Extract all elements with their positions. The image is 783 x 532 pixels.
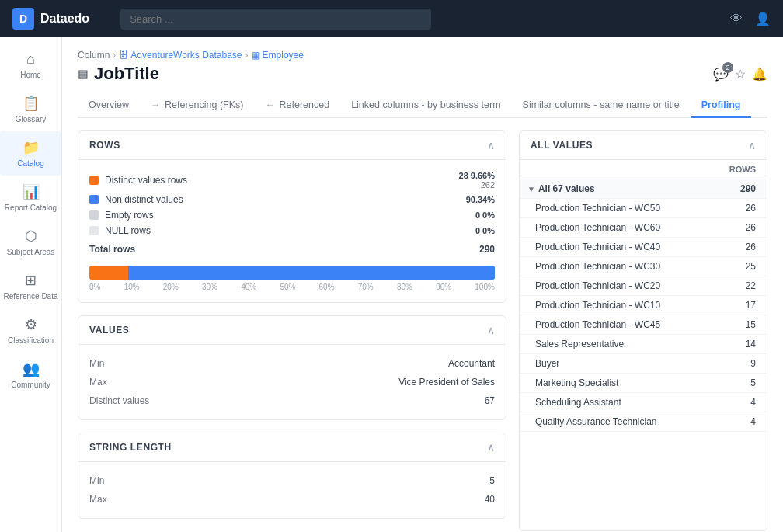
main-content: Column › 🗄 AdventureWorks Database › ▦ E… [62,37,783,532]
av-item-count: 26 [707,199,767,218]
page-title-text: JobTitle [94,64,159,84]
av-data-row: Production Technician - WC5026 [520,199,767,218]
string-length-title: STRING LENGTH [89,442,172,453]
tabs: Overview→ Referencing (FKs)← ReferencedL… [78,93,767,118]
sidebar-item-subject-areas[interactable]: ⬡Subject Areas [0,220,61,264]
comment-badge: 2 [722,62,733,73]
breadcrumb-sep1: › [113,50,116,61]
stat-empty-label: Empty rows [105,210,440,221]
tab-referencing[interactable]: → Referencing (FKs) [140,93,254,118]
all-values-header: ALL VALUES ∧ [520,131,767,160]
sidebar-item-label: Catalog [17,159,44,168]
legend-orange [89,176,99,185]
av-data-row: Sales Representative14 [520,335,767,354]
sidebar-item-label: Community [11,381,50,389]
sidebar-item-label: Home [20,71,41,79]
eye-icon[interactable]: 👁 [730,12,743,26]
av-item-count: 22 [707,276,767,296]
sidebar-item-label: Subject Areas [7,248,55,256]
av-item-label: Production Technician - WC20 [520,276,707,296]
sidebar-item-catalog[interactable]: 📁Catalog [0,131,61,176]
av-item-count: 9 [707,354,767,374]
sidebar-item-glossary[interactable]: 📋Glossary [0,87,61,131]
av-item-label: Production Technician - WC60 [520,218,707,238]
breadcrumb-db[interactable]: 🗄 AdventureWorks Database [119,50,242,61]
all-values-collapse[interactable]: ∧ [748,139,756,151]
av-item-count: 25 [707,257,767,276]
rows-card-body: Distinct values rows 28 9.66% 262 Non di… [78,160,506,302]
string-length-collapse[interactable]: ∧ [487,441,495,454]
stat-distinct-label: Distinct values rows [105,175,440,186]
total-label: Total rows [89,244,135,255]
sl-min-label: Min [89,473,107,489]
av-data-row: Marketing Specialist5 [520,374,767,393]
app-name: Dataedo [40,12,89,26]
rows-card-title: ROWS [89,140,120,151]
user-icon[interactable]: 👤 [755,12,771,26]
sidebar: ⌂Home📋Glossary📁Catalog📊Report Catalog⬡Su… [0,37,62,532]
tab-similar-columns[interactable]: Similar columns - same name or title [512,93,691,118]
axis-labels: 0% 10% 20% 30% 40% 50% 60% 70% 80% 90% 1… [89,283,495,291]
max-label: Max [89,374,149,390]
sl-min-value: 5 [107,473,495,489]
tab-overview[interactable]: Overview [78,93,140,118]
star-button[interactable]: ☆ [735,67,746,82]
sidebar-item-home[interactable]: ⌂Home [0,43,61,87]
stat-empty: Empty rows 0 0% [89,210,495,221]
tab-label: Referenced [280,99,330,110]
av-item-label: Production Technician - WC30 [520,257,707,276]
community-icon: 👥 [23,360,40,377]
av-item-label: Production Technician - WC10 [520,296,707,315]
string-length-body: Min 5 Max 40 [78,462,506,518]
legend-gray1 [89,210,99,220]
search-input[interactable] [120,9,431,30]
bell-button[interactable]: 🔔 [752,67,767,82]
sl-grid: Min 5 Max 40 [89,473,495,507]
av-item-label: Sales Representative [520,335,707,354]
sidebar-item-report-catalog[interactable]: 📊Report Catalog [0,176,61,220]
home-icon: ⌂ [26,51,35,68]
reference-data-icon: ⊞ [25,272,37,289]
values-card-body: Min Accountant Max Vice President of Sal… [78,345,506,419]
tab-linked-columns[interactable]: Linked columns - by business term [340,93,511,118]
app-logo[interactable]: D Dataedo [12,8,89,30]
stat-null-values: 0 0% [440,226,495,235]
left-column: ROWS ∧ Distinct values rows 28 9.66% 262 [78,130,506,531]
av-group-label: ▼All 67 values [520,179,707,199]
right-column: ALL VALUES ∧ ROWS ▼All 67 values290Produ… [519,130,767,531]
tab-label: Referencing (FKs) [165,99,243,110]
av-data-row: Quality Assurance Technician4 [520,412,767,432]
breadcrumb: Column › 🗄 AdventureWorks Database › ▦ E… [78,50,767,61]
breadcrumb-table[interactable]: ▦ Employee [252,50,304,61]
av-item-label: Production Technician - WC45 [520,315,707,335]
stat-nondistinct-values: 90.34% [440,195,495,204]
bar-orange [89,266,128,280]
sidebar-item-reference-data[interactable]: ⊞Reference Data [0,264,61,308]
av-item-count: 26 [707,238,767,257]
top-nav: D Dataedo 👁 👤 [0,0,783,37]
bar-chart [89,266,495,280]
stat-nondistinct-label: Non distinct values [105,194,440,205]
catalog-icon: 📁 [23,139,40,156]
av-data-row: Production Technician - WC1017 [520,296,767,315]
string-length-card: STRING LENGTH ∧ Min 5 Max 40 [78,433,506,519]
breadcrumb-sep2: › [245,50,249,61]
page-title-row: ▤ JobTitle 💬 2 ☆ 🔔 [78,64,767,84]
string-length-header: STRING LENGTH ∧ [78,433,506,462]
av-data-row: Production Technician - WC4515 [520,315,767,335]
av-group-count: 290 [707,179,767,199]
sl-max-value: 40 [107,492,495,507]
tab-profiling[interactable]: Profiling [691,93,752,118]
av-item-label: Buyer [520,354,707,374]
column-type-icon: ▤ [78,68,88,80]
sidebar-item-community[interactable]: 👥Community [0,353,61,397]
tab-label: Profiling [701,99,741,110]
tab-referenced[interactable]: ← Referenced [255,93,341,118]
rows-card-collapse[interactable]: ∧ [487,139,495,151]
values-card-collapse[interactable]: ∧ [487,324,495,336]
comments-button[interactable]: 💬 2 [713,67,729,82]
av-item-label: Scheduling Assistant [520,393,707,412]
sidebar-item-classification[interactable]: ⚙Classification [0,308,61,353]
stat-distinct-values: 28 9.66% 262 [440,171,495,190]
av-group-row[interactable]: ▼All 67 values290 [520,179,767,199]
